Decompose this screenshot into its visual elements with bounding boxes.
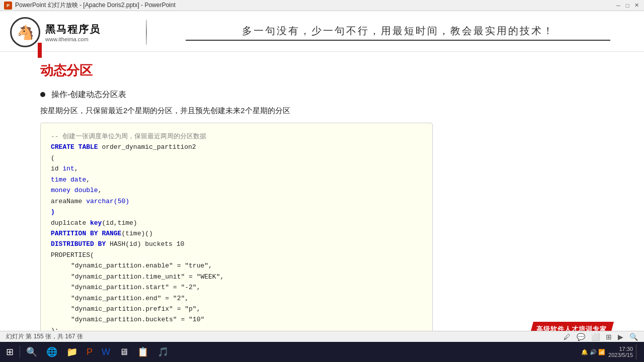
code-duplicate-line: duplicate key(id,time) (51, 218, 422, 228)
logo-area: 🐴 黑马程序员 www.itheima.com (10, 17, 111, 47)
subtitle-text: 按星期分区，只保留最近2个星期的分区，并且预先创建未来2个星期的分区 (40, 106, 604, 116)
code-areaname-line: areaName varchar(50) (51, 196, 422, 207)
code-props-block: "dynamic_partition.enable" = "true", "dy… (51, 260, 422, 325)
slide-content: 动态分区 操作-创建动态分区表 按星期分区，只保留最近2个星期的分区，并且预先创… (0, 52, 644, 342)
code-distributed: DISTRIBUTED BY (51, 240, 106, 248)
main-area: 🐴 黑马程序员 www.itheima.com 多一句没有，少一句不行，用最短时… (0, 11, 644, 342)
code-create-line: CREATE TABLE order_dynamic_partition2 (51, 142, 422, 152)
code-table-name: order_dynamic_partition2 (102, 143, 196, 151)
code-money-line: money double, (51, 185, 422, 196)
slide-info: 幻灯片 第 155 张，共 167 张 (6, 332, 83, 341)
bullet-text-1: 操作-创建动态分区表 (51, 89, 126, 100)
taskbar: ⊞ 🔍 🌐 📁 P W 🖥 📋 🎵 🔔 🔊 📶 17:30 2023/5/15 (0, 342, 644, 362)
taskbar-edge[interactable]: 🌐 (42, 343, 61, 360)
code-prop-2: "dynamic_partition.time_unit" = "WEEK", (71, 272, 422, 282)
comment-icon[interactable]: 💬 (577, 333, 585, 341)
taskbar-time: 17:30 2023/5/15 (608, 346, 633, 358)
code-paren-open: ( (51, 153, 422, 163)
title-bar: P PowerPoint 幻灯片放映 - [Apache Doris2.pptx… (0, 0, 644, 11)
code-paren-close: ) (51, 207, 422, 217)
logo-horse-icon: 🐴 (17, 24, 34, 41)
start-button[interactable]: ⊞ (2, 343, 18, 360)
code-close-paren: ) (51, 208, 55, 216)
taskbar-right: 🔔 🔊 📶 17:30 2023/5/15 (581, 344, 642, 359)
code-key: key (90, 219, 102, 227)
notes-icon[interactable]: 🖊 (564, 333, 571, 341)
taskbar-ppt[interactable]: P (83, 343, 97, 360)
header-band: 🐴 黑马程序员 www.itheima.com 多一句没有，少一句不行，用最短时… (0, 11, 644, 52)
logo-sub-text: www.itheima.com (45, 36, 101, 42)
minimize-button[interactable]: ─ (615, 2, 622, 9)
code-partition-line: PARTITION BY RANGE(time)() (51, 228, 422, 239)
bullet-item-1: 操作-创建动态分区表 (40, 89, 604, 100)
code-prop-3: "dynamic_partition.start" = "-2", (71, 282, 422, 293)
view-normal-icon[interactable]: ⬜ (591, 333, 600, 341)
code-time-line: time date, (51, 174, 422, 185)
code-type-int: int (62, 165, 74, 172)
header-divider (146, 20, 147, 45)
code-prop-5: "dynamic_partition.prefix" = "p", (71, 304, 422, 314)
code-comment: -- 创建一张调度单位为周，保留最近两周的分区数据 (51, 133, 206, 140)
code-block: -- 创建一张调度单位为周，保留最近两周的分区数据 CREATE TABLE o… (40, 123, 433, 342)
code-prop-4: "dynamic_partition.end" = "2", (71, 293, 422, 304)
code-comment-line: -- 创建一张调度单位为周，保留最近两周的分区数据 (51, 131, 422, 142)
window-controls: ─ □ ✕ (615, 2, 640, 9)
code-type-varchar: varchar(50) (86, 198, 129, 205)
app-icon: P (4, 2, 12, 10)
code-id-line: id int, (51, 163, 422, 174)
code-properties-line: PROPERTIES( (51, 250, 422, 260)
code-distributed-line: DISTRIBUTED BY HASH(id) buckets 10 (51, 239, 422, 249)
code-duplicate: duplicate (51, 219, 90, 227)
title-bar-text: PowerPoint 幻灯片放映 - [Apache Doris2.pptx] … (15, 1, 615, 10)
code-type-date: date (70, 176, 86, 184)
code-type-money: money (51, 187, 70, 194)
system-tray: 🔔 🔊 📶 (581, 349, 605, 355)
red-accent (38, 43, 42, 58)
zoom-icon[interactable]: 🔍 (629, 333, 638, 341)
taskbar-separator-1 (20, 346, 20, 358)
show-desktop-button[interactable] (636, 344, 638, 359)
logo-main-text: 黑马程序员 (45, 23, 101, 36)
logo-text: 黑马程序员 www.itheima.com (45, 23, 101, 42)
taskbar-app1[interactable]: 🖥 (115, 343, 132, 360)
taskbar-app2[interactable]: 📋 (133, 343, 152, 360)
code-properties: PROPERTIES( (51, 251, 94, 259)
code-type-double: double (74, 187, 98, 194)
taskbar-app3[interactable]: 🎵 (153, 343, 173, 360)
view-grid-icon[interactable]: ⊞ (606, 333, 612, 341)
taskbar-word[interactable]: W (98, 343, 114, 360)
code-id: id (51, 165, 62, 172)
status-bar: 幻灯片 第 155 张，共 167 张 🖊 💬 ⬜ ⊞ ▶ 🔍 (0, 331, 644, 342)
code-open-paren: ( (51, 154, 55, 162)
taskbar-files[interactable]: 📁 (62, 343, 82, 360)
logo-circle: 🐴 (10, 17, 40, 47)
code-prop-1: "dynamic_partition.enable" = "true", (71, 260, 422, 271)
taskbar-search[interactable]: 🔍 (22, 343, 41, 360)
code-keyword-create: CREATE TABLE (51, 143, 98, 151)
slide-title: 动态分区 (40, 62, 604, 79)
status-right: 🖊 💬 ⬜ ⊞ ▶ 🔍 (564, 333, 638, 341)
code-type-time: time (51, 176, 66, 184)
code-prop-6: "dynamic_partition.buckets" = "10" (71, 314, 422, 325)
maximize-button[interactable]: □ (624, 2, 631, 9)
header-slogan: 多一句没有，少一句不行，用最短时间，教会最实用的技术！ (242, 24, 554, 38)
code-areaname: areaName (51, 198, 86, 205)
close-button[interactable]: ✕ (633, 2, 640, 9)
bullet-dot (40, 92, 45, 97)
view-present-icon[interactable]: ▶ (618, 333, 623, 341)
code-partition: PARTITION BY RANGE (51, 230, 121, 237)
